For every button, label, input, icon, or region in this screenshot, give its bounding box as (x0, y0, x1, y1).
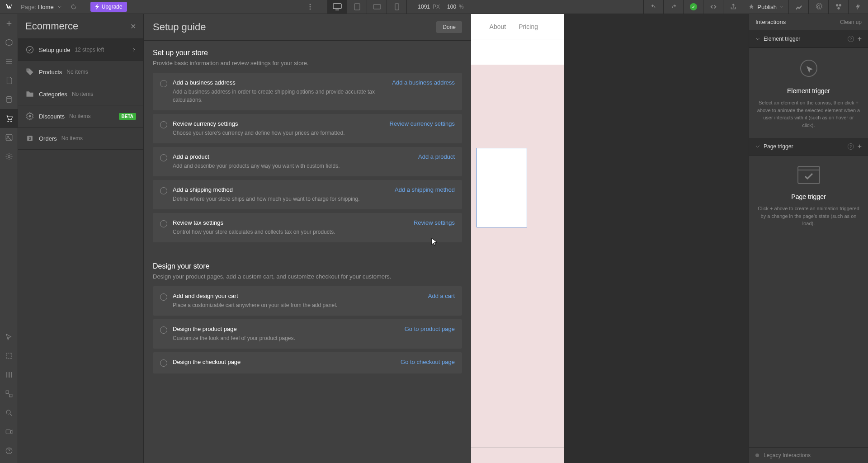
overflow-menu-icon[interactable] (307, 3, 314, 10)
status-indicator (683, 0, 703, 14)
rocket-icon (748, 4, 755, 10)
canvas-zoom-unit: % (459, 4, 464, 10)
redo-button[interactable] (663, 0, 683, 14)
code-export-button[interactable] (703, 0, 723, 14)
svg-rect-4 (354, 4, 360, 10)
svg-rect-3 (333, 4, 341, 9)
upgrade-button[interactable]: Upgrade (90, 2, 127, 12)
chevron-down-icon[interactable] (57, 5, 62, 9)
interactions-panel-button[interactable] (848, 0, 868, 14)
svg-point-1 (310, 6, 311, 8)
upgrade-label: Upgrade (102, 4, 123, 10)
publish-button[interactable]: Publish (743, 4, 788, 10)
svg-rect-6 (395, 4, 399, 10)
lightning-icon (95, 4, 99, 9)
share-button[interactable] (723, 0, 743, 14)
page-name[interactable]: Home (38, 4, 54, 10)
style-manager-button[interactable] (828, 0, 848, 14)
device-mobile-button[interactable] (387, 0, 407, 14)
chevron-down-icon (779, 5, 783, 9)
page-label: Page: (21, 4, 36, 10)
webflow-logo[interactable] (0, 0, 18, 14)
device-landscape-button[interactable] (367, 0, 387, 14)
device-tablet-button[interactable] (347, 0, 367, 14)
restore-icon[interactable] (70, 3, 77, 10)
style-panel-button[interactable] (788, 0, 808, 14)
publish-label: Publish (757, 4, 777, 10)
canvas-width-unit: PX (433, 4, 440, 10)
undo-button[interactable] (643, 0, 663, 14)
svg-point-2 (310, 9, 311, 10)
checkmark-icon (690, 3, 697, 10)
svg-rect-5 (373, 5, 381, 9)
divider (82, 0, 82, 14)
settings-panel-button[interactable] (808, 0, 828, 14)
device-desktop-button[interactable] (327, 0, 347, 14)
canvas-width-value[interactable]: 1091 (418, 4, 430, 10)
svg-point-0 (310, 4, 311, 5)
canvas-zoom-value[interactable]: 100 (447, 4, 456, 10)
